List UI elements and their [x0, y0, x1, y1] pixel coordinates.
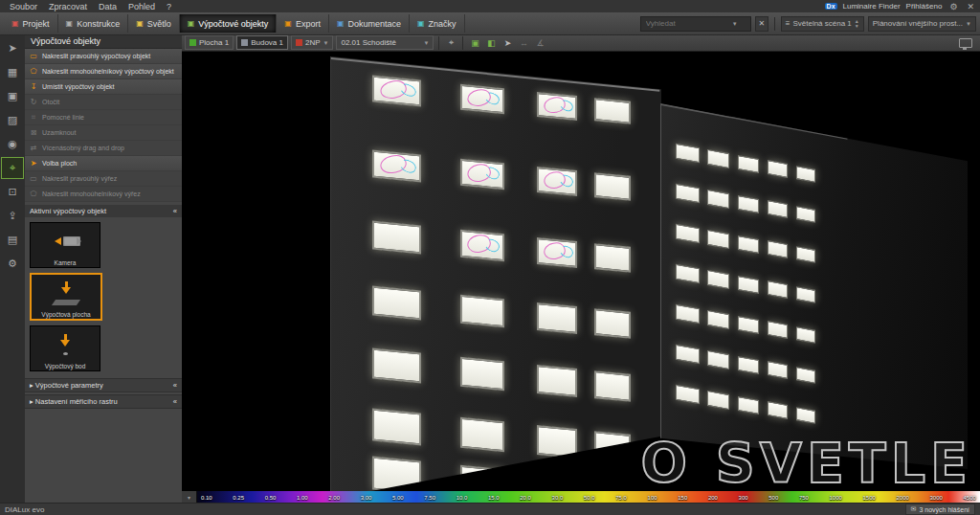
draw-polygon-icon: ⬠: [29, 67, 38, 76]
menu-item-data[interactable]: Data: [93, 2, 122, 11]
scale-value: 30.0: [552, 495, 564, 501]
calculation-mode-icon[interactable]: ⌖: [1, 157, 24, 179]
collapse-icon[interactable]: «: [173, 205, 177, 217]
floor-label: 2NP: [305, 38, 321, 47]
construction-mode-icon[interactable]: ▦: [1, 61, 24, 83]
viewport-toolbar-divider: [462, 36, 463, 50]
login-status[interactable]: Přihlášeno: [906, 2, 943, 11]
surface-icon: [189, 39, 196, 46]
search-box[interactable]: ▼: [640, 16, 751, 32]
menu-item-zpracovat[interactable]: Zpracovat: [43, 2, 93, 11]
pointer-icon[interactable]: ➤: [501, 38, 514, 48]
building-window: [768, 280, 788, 299]
building-window: [537, 425, 577, 459]
building-window: [372, 347, 421, 383]
tool-label: Uzamknout: [42, 129, 76, 136]
view-cube-icon[interactable]: ◧: [484, 38, 498, 48]
draw-rect-icon: ▭: [29, 52, 38, 60]
building-window: [372, 408, 421, 445]
chevron-down-icon[interactable]: ▼: [732, 21, 738, 27]
documentation-icon: ▣: [337, 19, 345, 28]
scale-value: 1000: [830, 495, 842, 501]
building-window: [372, 456, 421, 491]
settings-mode-icon[interactable]: ⚙: [1, 253, 24, 275]
section-v-po-tov-parametry[interactable]: ▸ Výpočtové parametry«: [25, 378, 182, 392]
building-window: [372, 220, 421, 254]
tab-v-po-tov-objekty[interactable]: ▣Výpočtové objekty: [180, 14, 278, 33]
tool-um-stit-v-po-tov-objekt[interactable]: ↧Umístit výpočtový objekt: [25, 79, 182, 95]
angle-icon[interactable]: ∡: [533, 38, 546, 48]
tool-nakreslit-mnoho-heln-kov-v-po-tov-objekt[interactable]: ⬠Nakreslit mnohoúhelníkový výpočtový obj…: [25, 64, 182, 79]
scale-value: 75.0: [615, 495, 627, 501]
building-window: [372, 149, 421, 182]
sidebar-title: Výpočtové objekty: [25, 34, 182, 49]
tab-export[interactable]: ▣Export: [277, 14, 329, 33]
spinner-icon[interactable]: ▲▼: [855, 19, 859, 29]
display-mode-icon[interactable]: ▣: [468, 38, 481, 48]
building-window: [594, 98, 631, 124]
room-label: 02.01 Schodiště: [341, 38, 395, 47]
building-window: [707, 230, 729, 249]
luminaire-finder-link[interactable]: Luminaire Finder: [843, 2, 901, 11]
tool-label: Nakreslit mnohoúhelníkový výřez: [42, 190, 141, 197]
chevron-down-icon: ▼: [966, 21, 971, 27]
scale-value: 750: [799, 495, 809, 501]
documentation-mode-icon[interactable]: ▤: [1, 229, 24, 251]
chevron-down-icon: ▼: [424, 40, 430, 46]
building-window: [796, 166, 815, 183]
building-window: [738, 356, 759, 374]
measure-icon[interactable]: ↔: [517, 38, 530, 48]
building-chip[interactable]: Budova 1: [236, 35, 288, 50]
tab-konstrukce[interactable]: ▣Konstrukce: [58, 14, 129, 33]
object-tile-v-po-tov-bod[interactable]: Výpočtový bod: [30, 325, 100, 371]
building-window: [594, 308, 631, 338]
materials-mode-icon[interactable]: ▨: [1, 109, 24, 131]
building-window: [676, 385, 700, 405]
gear-icon[interactable]: ⚙: [947, 2, 959, 11]
light-mode-icon[interactable]: ◉: [1, 133, 24, 155]
floor-dropdown[interactable]: 2NP ▼: [291, 35, 334, 50]
search-input[interactable]: [644, 18, 730, 29]
export-icon: ▣: [284, 19, 292, 28]
building-window: [537, 365, 577, 397]
room-dropdown[interactable]: 02.01 Schodiště ▼: [336, 35, 434, 50]
active-object-tiles: KameraVýpočtová plochaVýpočtový bod: [25, 217, 182, 376]
object-tile-v-po-tov-plocha[interactable]: Výpočtová plocha: [30, 273, 102, 321]
surface-chip[interactable]: Plocha 1: [185, 35, 234, 50]
tab-dokumentace[interactable]: ▣Dokumentace: [329, 14, 410, 33]
notifications-button[interactable]: ✉ 3 nových hlášení: [905, 504, 975, 515]
light-scene-dropdown[interactable]: ≡ Světelná scéna 1 ▲▼: [781, 16, 864, 32]
tab-label: Dokumentace: [348, 19, 402, 29]
building-window: [676, 345, 700, 365]
planning-mode-dropdown[interactable]: Plánování vnějšího prost... ▼: [868, 16, 976, 32]
tool-nakreslit-pravo-hl-v-po-tov-objekt[interactable]: ▭Nakreslit pravoúhlý výpočtový objekt: [25, 49, 182, 64]
calc-surface-icon: [54, 281, 78, 305]
building-window: [768, 401, 788, 419]
close-icon[interactable]: ✕: [965, 2, 976, 11]
scale-value: 3000: [930, 495, 943, 501]
select-tool-icon[interactable]: ➤: [1, 37, 24, 59]
tool-label: Nakreslit mnohoúhelníkový výpočtový obje…: [42, 68, 174, 75]
menu-item-?[interactable]: ?: [161, 2, 177, 11]
tab-sv-tlo[interactable]: ▣Světlo: [128, 14, 180, 33]
menu-item-soubor[interactable]: Soubor: [4, 2, 43, 11]
monitor-icon[interactable]: [959, 38, 972, 48]
pan-icon[interactable]: ⌖: [444, 37, 457, 48]
object-tile-kamera[interactable]: Kamera: [30, 222, 100, 268]
building-window: [796, 367, 815, 384]
scale-value: 15.0: [488, 495, 500, 501]
scale-value: 2000: [897, 495, 909, 501]
menu-item-pohled[interactable]: Pohled: [122, 2, 161, 11]
view-mode-icon[interactable]: ⊡: [1, 181, 24, 203]
section-nastaven-m-ic-ho-rastru[interactable]: ▸ Nastavení měřicího rastru«: [25, 394, 182, 409]
tool-volba-ploch[interactable]: ➤Volba ploch: [25, 156, 182, 171]
tab-projekt[interactable]: ▣Projekt: [4, 14, 58, 33]
app-name: DIALux evo: [5, 505, 44, 514]
3d-canvas[interactable]: O SVETLE: [182, 51, 980, 491]
furniture-mode-icon[interactable]: ▣: [1, 85, 24, 107]
tab-zna-ky[interactable]: ▣Značky: [410, 14, 465, 33]
expand-icon: «: [173, 395, 177, 408]
scale-value: 150: [678, 495, 687, 501]
clear-search-button[interactable]: ✕: [755, 16, 768, 32]
export-mode-icon[interactable]: ⇪: [1, 205, 24, 227]
